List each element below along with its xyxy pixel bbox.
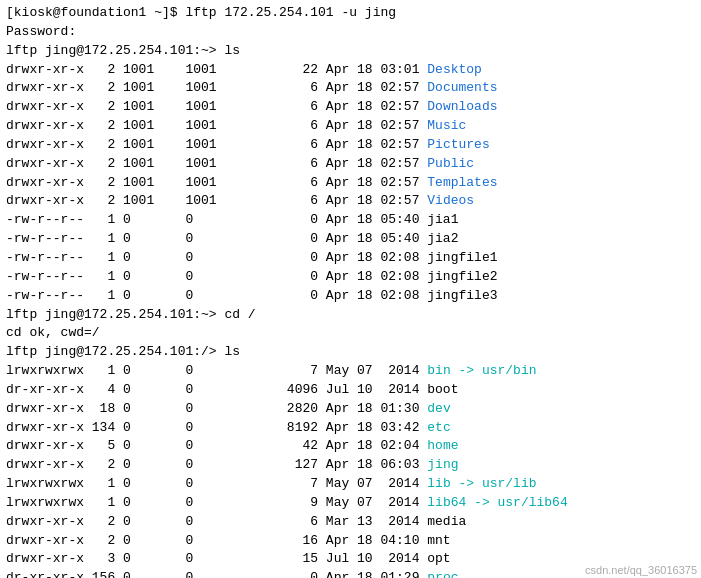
link-text: Templates xyxy=(427,175,497,190)
link-text: lib64 -> usr/lib64 xyxy=(427,495,567,510)
link-text: Music xyxy=(427,118,466,133)
terminal-line: lftp jing@172.25.254.101:~> ls xyxy=(6,42,695,61)
link-text: Documents xyxy=(427,80,497,95)
link-text: home xyxy=(427,438,458,453)
link-text: Public xyxy=(427,156,474,171)
terminal-line: drwxr-xr-x 2 1001 1001 6 Apr 18 02:57 Do… xyxy=(6,98,695,117)
terminal-line: dr-xr-xr-x 4 0 0 4096 Jul 10 2014 boot xyxy=(6,381,695,400)
terminal-line: drwxr-xr-x 2 1001 1001 6 Apr 18 02:57 Vi… xyxy=(6,192,695,211)
terminal-line: drwxr-xr-x 2 0 0 16 Apr 18 04:10 mnt xyxy=(6,532,695,551)
terminal-line: lrwxrwxrwx 1 0 0 7 May 07 2014 lib -> us… xyxy=(6,475,695,494)
link-text: jing xyxy=(427,457,458,472)
link-text: proc xyxy=(427,570,458,578)
watermark: csdn.net/qq_36016375 xyxy=(585,564,697,576)
terminal-line: lrwxrwxrwx 1 0 0 7 May 07 2014 bin -> us… xyxy=(6,362,695,381)
link-text: bin -> usr/bin xyxy=(427,363,536,378)
terminal-line: -rw-r--r-- 1 0 0 0 Apr 18 02:08 jingfile… xyxy=(6,287,695,306)
link-text: Pictures xyxy=(427,137,489,152)
terminal-line: drwxr-xr-x 2 1001 1001 6 Apr 18 02:57 Pi… xyxy=(6,136,695,155)
link-text: Downloads xyxy=(427,99,497,114)
terminal-line: -rw-r--r-- 1 0 0 0 Apr 18 05:40 jia2 xyxy=(6,230,695,249)
terminal-line: -rw-r--r-- 1 0 0 0 Apr 18 02:08 jingfile… xyxy=(6,268,695,287)
terminal-line: -rw-r--r-- 1 0 0 0 Apr 18 05:40 jia1 xyxy=(6,211,695,230)
terminal-line: drwxr-xr-x 2 1001 1001 6 Apr 18 02:57 Pu… xyxy=(6,155,695,174)
terminal-line: drwxr-xr-x 2 1001 1001 6 Apr 18 02:57 Do… xyxy=(6,79,695,98)
terminal-line: Password: xyxy=(6,23,695,42)
link-text: Videos xyxy=(427,193,474,208)
terminal-line: drwxr-xr-x 2 0 0 127 Apr 18 06:03 jing xyxy=(6,456,695,475)
link-text: Desktop xyxy=(427,62,482,77)
terminal-line: -rw-r--r-- 1 0 0 0 Apr 18 02:08 jingfile… xyxy=(6,249,695,268)
terminal-output: [kiosk@foundation1 ~]$ lftp 172.25.254.1… xyxy=(6,4,695,578)
terminal-line: drwxr-xr-x 2 0 0 6 Mar 13 2014 media xyxy=(6,513,695,532)
terminal-line: drwxr-xr-x 134 0 0 8192 Apr 18 03:42 etc xyxy=(6,419,695,438)
terminal-line: cd ok, cwd=/ xyxy=(6,324,695,343)
terminal-line: drwxr-xr-x 5 0 0 42 Apr 18 02:04 home xyxy=(6,437,695,456)
terminal-line: drwxr-xr-x 2 1001 1001 22 Apr 18 03:01 D… xyxy=(6,61,695,80)
terminal-line: lrwxrwxrwx 1 0 0 9 May 07 2014 lib64 -> … xyxy=(6,494,695,513)
terminal-line: lftp jing@172.25.254.101:~> cd / xyxy=(6,306,695,325)
terminal-line: drwxr-xr-x 2 1001 1001 6 Apr 18 02:57 Mu… xyxy=(6,117,695,136)
link-text: lib -> usr/lib xyxy=(427,476,536,491)
link-text: etc xyxy=(427,420,450,435)
terminal-line: lftp jing@172.25.254.101:/> ls xyxy=(6,343,695,362)
terminal-line: [kiosk@foundation1 ~]$ lftp 172.25.254.1… xyxy=(6,4,695,23)
terminal-line: drwxr-xr-x 2 1001 1001 6 Apr 18 02:57 Te… xyxy=(6,174,695,193)
terminal-line: drwxr-xr-x 18 0 0 2820 Apr 18 01:30 dev xyxy=(6,400,695,419)
link-text: dev xyxy=(427,401,450,416)
